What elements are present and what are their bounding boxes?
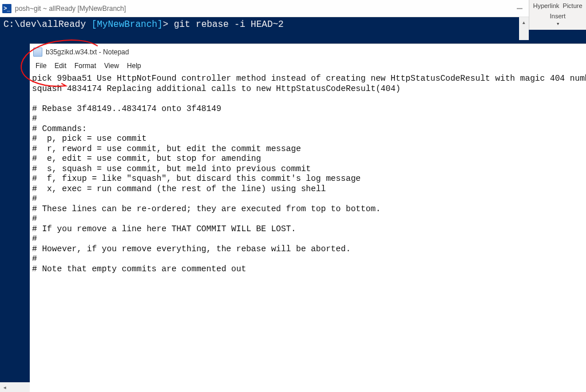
powershell-icon: >_ (2, 4, 11, 13)
ribbon-insert[interactable]: Insert (532, 11, 584, 19)
menu-file[interactable]: File (32, 61, 50, 71)
powershell-titlebar: >_ posh~git ~ allReady [MyNewBranch] (0, 0, 586, 17)
command-text: git rebase -i HEAD~2 (174, 19, 284, 30)
scroll-left-arrow-icon[interactable]: ◂ (0, 382, 10, 392)
menu-edit[interactable]: Edit (51, 61, 70, 71)
console-vertical-scrollbar[interactable]: ▴ (519, 17, 529, 40)
chevron-down-icon[interactable]: ▾ (557, 21, 559, 26)
notepad-menubar: File Edit Format View Help (30, 60, 586, 72)
ribbon-hyperlink[interactable]: Hyperlink (533, 2, 559, 9)
menu-help[interactable]: Help (124, 61, 145, 71)
ribbon-picture[interactable]: Picture (563, 2, 582, 9)
notepad-titlebar: b35gzikd.w34.txt - Notepad (30, 44, 586, 60)
menu-format[interactable]: Format (71, 61, 100, 71)
window-title: posh~git ~ allReady [MyNewBranch] (15, 5, 506, 13)
console-horizontal-scrollbar[interactable]: ◂ (0, 382, 30, 392)
menu-view[interactable]: View (101, 61, 122, 71)
notepad-icon (33, 47, 42, 57)
ribbon-fragment: Hyperlink Picture Insert ▾ (529, 0, 586, 30)
prompt-branch: [MyNewBranch] (92, 19, 163, 30)
prompt-suffix: > (163, 19, 173, 30)
prompt-path: C:\dev\allReady (3, 19, 92, 30)
notepad-appname: Notepad (103, 48, 129, 56)
notepad-window: b35gzikd.w34.txt - Notepad File Edit For… (30, 43, 586, 392)
scroll-up-arrow-icon[interactable]: ▴ (519, 17, 529, 27)
notepad-filename: b35gzikd.w34.txt (46, 48, 97, 56)
notepad-text-area[interactable]: pick 99baa51 Use HttpNotFound controller… (30, 72, 586, 392)
